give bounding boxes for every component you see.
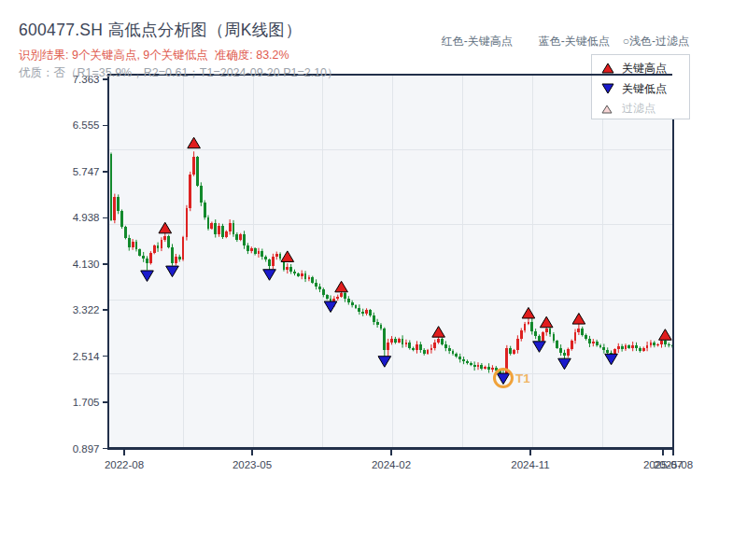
candle-body[interactable] [189,175,191,209]
candle-body[interactable] [235,234,238,240]
candle-body[interactable] [157,245,160,248]
candle-body[interactable] [200,186,203,203]
candle-body[interactable] [441,339,444,344]
candle-body[interactable] [233,223,235,234]
candle-body[interactable] [470,363,472,365]
candle-body[interactable] [340,293,343,297]
candle-body[interactable] [373,315,375,321]
candle-body[interactable] [293,272,296,273]
candle-body[interactable] [556,341,558,347]
candle-body[interactable] [264,257,267,259]
candle-body[interactable] [311,277,314,283]
candle-body[interactable] [322,289,325,295]
candle-body[interactable] [113,197,116,219]
candle-body[interactable] [480,365,483,369]
candle-body[interactable] [301,273,303,275]
candle-body[interactable] [484,367,486,369]
candle-body[interactable] [516,339,519,350]
candle-body[interactable] [664,341,667,344]
candle-body[interactable] [376,322,379,326]
candle-body[interactable] [171,247,174,263]
candle-body[interactable] [581,329,584,335]
candle-body[interactable] [361,312,364,314]
candle-body[interactable] [405,343,408,344]
candle-body[interactable] [639,348,641,350]
candle-body[interactable] [239,234,242,240]
candle-body[interactable] [358,308,360,312]
candle-body[interactable] [308,277,311,279]
candle-body[interactable] [387,343,389,351]
candle-body[interactable] [553,334,556,341]
candle-body[interactable] [542,332,544,341]
candle-body[interactable] [398,339,401,343]
candle-body[interactable] [408,343,411,348]
candle-body[interactable] [462,359,465,361]
candle-body[interactable] [491,368,494,370]
candle-body[interactable] [473,365,476,367]
candle-body[interactable] [243,234,246,245]
candle-body[interactable] [161,240,163,248]
candle-body[interactable] [563,353,566,357]
candle-body[interactable] [229,223,232,231]
candle-body[interactable] [347,299,350,302]
candle-body[interactable] [606,350,609,352]
candle-body[interactable] [289,267,292,272]
candle-body[interactable] [275,254,278,257]
candle-body[interactable] [304,273,307,279]
candle-body[interactable] [250,248,253,251]
candle-body[interactable] [513,350,515,354]
candle-body[interactable] [520,330,523,339]
candle-body[interactable] [545,329,548,332]
candle-body[interactable] [642,348,645,351]
candle-body[interactable] [178,257,181,260]
candle-body[interactable] [577,329,580,332]
candle-body[interactable] [369,310,372,315]
candle-body[interactable] [351,302,354,306]
candle-body[interactable] [182,237,185,259]
candle-body[interactable] [650,343,653,344]
candle-body[interactable] [146,259,148,262]
candle-body[interactable] [254,248,257,254]
candle-body[interactable] [297,273,300,275]
candle-body[interactable] [458,357,461,358]
candle-body[interactable] [394,339,397,343]
candle-body[interactable] [153,245,156,253]
candle-body[interactable] [221,226,224,237]
candle-body[interactable] [635,345,638,349]
candle-body[interactable] [163,236,166,240]
candle-body[interactable] [660,341,663,344]
candle-body[interactable] [218,226,220,234]
candle-body[interactable] [524,324,527,330]
candle-body[interactable] [574,332,577,341]
candle-body[interactable] [477,365,480,367]
candle-body[interactable] [279,254,282,259]
candle-body[interactable] [549,329,552,334]
candle-body[interactable] [571,341,573,350]
candle-body[interactable] [210,223,213,229]
candle-body[interactable] [132,242,134,247]
candle-body[interactable] [621,346,624,348]
candle-body[interactable] [448,348,451,352]
candle-body[interactable] [336,297,339,299]
candle-body[interactable] [326,295,329,299]
candle-body[interactable] [261,251,263,257]
candle-body[interactable] [656,344,659,345]
candle-body[interactable] [437,339,440,343]
legend-item-filtered[interactable]: 过滤点 [601,99,689,119]
candle-body[interactable] [627,345,630,347]
candle-body[interactable] [412,348,415,350]
candle-body[interactable] [509,348,512,354]
candle-body[interactable] [315,283,317,287]
candle-body[interactable] [602,347,605,350]
candle-body[interactable] [585,335,587,340]
candle-body[interactable] [416,344,418,350]
candle-body[interactable] [559,348,562,353]
plot-area[interactable] [108,75,674,449]
candle-body[interactable] [588,339,591,343]
candle-body[interactable] [110,154,113,219]
candle-body[interactable] [268,259,271,265]
candle-body[interactable] [286,267,289,271]
candle-body[interactable] [653,343,655,345]
candle-body[interactable] [149,253,152,262]
candle-body[interactable] [318,287,321,290]
